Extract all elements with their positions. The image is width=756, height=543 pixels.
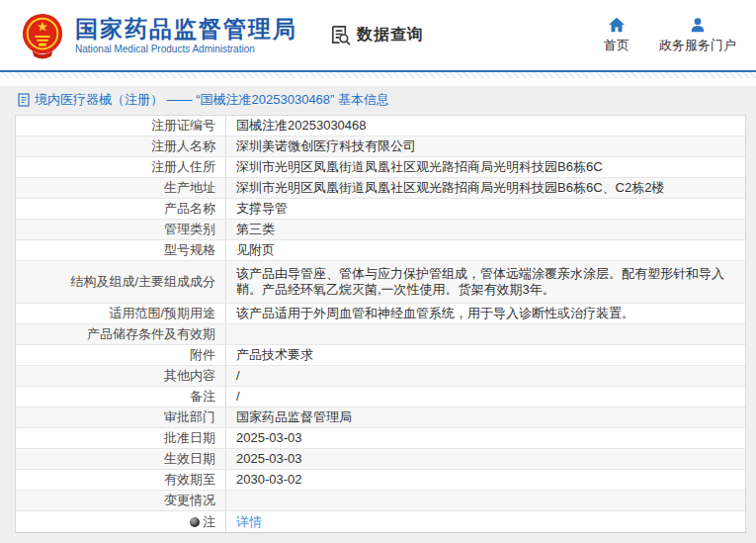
national-emblem-icon [20,12,65,59]
decorative-hatch-band [0,72,756,86]
note-dot-icon [190,517,200,527]
row-value: 该产品由导管座、管体与应力保护管组成，管体远端涂覆亲水涂层。配有塑形针和导入鞘。… [226,261,745,303]
row-label: 其他内容 [16,366,226,386]
data-query-label: 数据查询 [357,25,424,45]
row-value: 深圳市光明区凤凰街道凤凰社区观光路招商局光明科技园B6栋6C [226,157,745,177]
row-value: 国家药品监督管理局 [226,407,745,427]
page-content: 境内医疗器械（注册） —— “国械注准20253030468” 基本信息 注册证… [0,86,756,543]
nav-home-label: 首页 [604,37,630,54]
row-label: 备注 [16,387,226,407]
row-label: 管理类别 [16,220,226,239]
row-label: 附件 [16,345,226,365]
row-value [226,324,745,344]
table-row: 其他内容 / [16,366,745,387]
row-label: 生效日期 [16,449,226,469]
row-value: 支撑导管 [226,199,745,219]
site-subtitle: National Medical Products Administration [75,44,297,54]
breadcrumb: 境内医疗器械（注册） —— “国械注准20253030468” 基本信息 [0,86,756,115]
table-row-note: 注 详情 [16,511,745,532]
table-row: 型号规格 见附页 [16,240,745,261]
row-value: 2025-03-03 [226,428,745,448]
table-row: 审批部门 国家药品监督管理局 [16,407,745,428]
row-value: 该产品适用于外周血管和神经血管系统，用于导入诊断性或治疗装置。 [226,304,745,323]
table-row: 变更情况 [16,491,745,511]
row-value [226,491,745,510]
table-row: 生产地址 深圳市光明区凤凰街道凤凰社区观光路招商局光明科技园B6栋6C、C2栋2… [16,178,745,199]
row-value: / [226,387,745,407]
data-query-entry[interactable]: 数据查询 [329,24,424,46]
site-title: 国家药品监督管理局 [75,16,297,42]
table-row: 备注 / [16,387,745,407]
row-label: 审批部门 [16,407,226,427]
site-logo[interactable]: 国家药品监督管理局 National Medical Products Admi… [20,12,297,59]
row-label: 结构及组成/主要组成成分 [16,261,226,303]
table-row: 管理类别 第三类 [16,220,745,240]
table-row: 附件 产品技术要求 [16,345,745,366]
row-value: 详情 [226,511,745,532]
row-value: 见附页 [226,240,745,260]
row-label: 批准日期 [16,428,226,448]
nav-item-portal[interactable]: 政务服务门户 [659,17,736,54]
home-icon [608,17,626,33]
row-value: 2030-03-02 [226,470,745,490]
nav-item-home[interactable]: 首页 [604,17,630,54]
row-label: 注册人住所 [16,157,226,177]
row-label: 产品名称 [16,199,226,219]
table-row: 批准日期 2025-03-03 [16,428,745,449]
row-value: / [226,366,745,386]
row-value: 深圳美诺微创医疗科技有限公司 [226,136,745,156]
detail-link[interactable]: 详情 [236,514,262,530]
row-value: 国械注准20253030468 [226,116,745,136]
row-label: 注册人名称 [16,136,226,156]
row-label: 适用范围/预期用途 [16,304,226,323]
table-row: 产品名称 支撑导管 [16,199,745,220]
row-value: 产品技术要求 [226,345,745,365]
table-row: 有效期至 2030-03-02 [16,470,745,491]
nav-portal-label: 政务服务门户 [659,37,736,54]
user-icon [690,17,706,33]
row-value: 第三类 [226,220,745,239]
logo-text: 国家药品监督管理局 National Medical Products Admi… [75,16,297,54]
breadcrumb-text: 境内医疗器械（注册） —— “国械注准20253030468” 基本信息 [35,91,389,109]
note-label: 注 [203,514,215,530]
table-row: 注册人住所 深圳市光明区凤凰街道凤凰社区观光路招商局光明科技园B6栋6C [16,157,745,178]
top-nav: 首页 政务服务门户 [604,17,742,54]
table-row: 适用范围/预期用途 该产品适用于外周血管和神经血管系统，用于导入诊断性或治疗装置… [16,304,745,324]
row-label: 生产地址 [16,178,226,198]
table-row: 结构及组成/主要组成成分 该产品由导管座、管体与应力保护管组成，管体远端涂覆亲水… [16,261,745,304]
table-row: 生效日期 2025-03-03 [16,449,745,470]
row-label: 变更情况 [16,491,226,510]
table-row: 注册人名称 深圳美诺微创医疗科技有限公司 [16,136,745,157]
row-label: 注 [16,511,226,532]
row-label: 型号规格 [16,240,226,260]
row-label: 产品储存条件及有效期 [16,324,226,344]
table-row: 产品储存条件及有效期 [16,324,745,345]
document-icon [18,93,30,107]
site-header: 国家药品监督管理局 National Medical Products Admi… [0,0,756,70]
document-magnifier-icon [329,24,352,46]
row-value: 深圳市光明区凤凰街道凤凰社区观光路招商局光明科技园B6栋6C、C2栋2楼 [226,178,745,198]
row-value: 2025-03-03 [226,449,745,469]
row-label: 注册证编号 [16,116,226,136]
registration-info-table: 注册证编号 国械注准20253030468 注册人名称 深圳美诺微创医疗科技有限… [15,115,746,533]
row-label: 有效期至 [16,470,226,490]
table-row: 注册证编号 国械注准20253030468 [16,116,745,136]
